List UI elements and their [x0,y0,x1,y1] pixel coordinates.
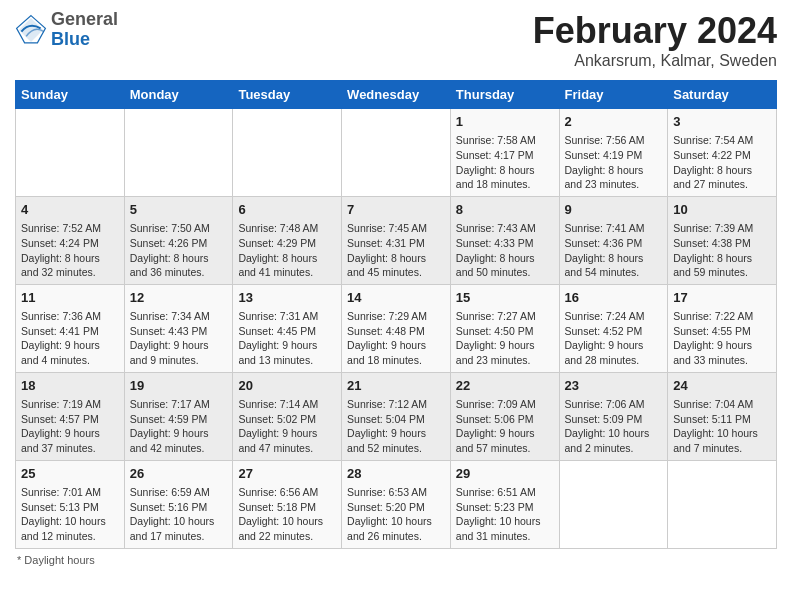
calendar-week-row: 11Sunrise: 7:36 AM Sunset: 4:41 PM Dayli… [16,284,777,372]
calendar-cell [124,109,233,197]
day-number: 1 [456,113,554,131]
calendar-cell: 1Sunrise: 7:58 AM Sunset: 4:17 PM Daylig… [450,109,559,197]
calendar-header-row: SundayMondayTuesdayWednesdayThursdayFrid… [16,81,777,109]
day-info: Sunrise: 7:19 AM Sunset: 4:57 PM Dayligh… [21,398,101,454]
day-number: 8 [456,201,554,219]
day-number: 11 [21,289,119,307]
calendar-week-row: 4Sunrise: 7:52 AM Sunset: 4:24 PM Daylig… [16,196,777,284]
calendar-cell: 9Sunrise: 7:41 AM Sunset: 4:36 PM Daylig… [559,196,668,284]
day-number: 29 [456,465,554,483]
day-info: Sunrise: 7:43 AM Sunset: 4:33 PM Dayligh… [456,222,536,278]
day-info: Sunrise: 7:39 AM Sunset: 4:38 PM Dayligh… [673,222,753,278]
calendar-cell: 15Sunrise: 7:27 AM Sunset: 4:50 PM Dayli… [450,284,559,372]
day-info: Sunrise: 7:09 AM Sunset: 5:06 PM Dayligh… [456,398,536,454]
day-info: Sunrise: 6:56 AM Sunset: 5:18 PM Dayligh… [238,486,323,542]
day-number: 4 [21,201,119,219]
day-number: 13 [238,289,336,307]
day-number: 25 [21,465,119,483]
day-number: 17 [673,289,771,307]
day-info: Sunrise: 7:34 AM Sunset: 4:43 PM Dayligh… [130,310,210,366]
calendar-cell: 19Sunrise: 7:17 AM Sunset: 4:59 PM Dayli… [124,372,233,460]
calendar-cell: 12Sunrise: 7:34 AM Sunset: 4:43 PM Dayli… [124,284,233,372]
calendar-day-header: Thursday [450,81,559,109]
day-info: Sunrise: 7:29 AM Sunset: 4:48 PM Dayligh… [347,310,427,366]
day-info: Sunrise: 7:22 AM Sunset: 4:55 PM Dayligh… [673,310,753,366]
day-info: Sunrise: 7:31 AM Sunset: 4:45 PM Dayligh… [238,310,318,366]
day-number: 2 [565,113,663,131]
calendar-cell: 27Sunrise: 6:56 AM Sunset: 5:18 PM Dayli… [233,460,342,548]
day-number: 16 [565,289,663,307]
calendar-cell: 6Sunrise: 7:48 AM Sunset: 4:29 PM Daylig… [233,196,342,284]
day-info: Sunrise: 7:04 AM Sunset: 5:11 PM Dayligh… [673,398,758,454]
day-number: 24 [673,377,771,395]
logo-line2: Blue [51,30,118,50]
day-number: 20 [238,377,336,395]
calendar-day-header: Wednesday [342,81,451,109]
calendar-cell: 2Sunrise: 7:56 AM Sunset: 4:19 PM Daylig… [559,109,668,197]
page-header: General Blue February 2024 Ankarsrum, Ka… [15,10,777,70]
calendar-cell: 20Sunrise: 7:14 AM Sunset: 5:02 PM Dayli… [233,372,342,460]
calendar-cell: 7Sunrise: 7:45 AM Sunset: 4:31 PM Daylig… [342,196,451,284]
day-info: Sunrise: 7:52 AM Sunset: 4:24 PM Dayligh… [21,222,101,278]
calendar-cell: 18Sunrise: 7:19 AM Sunset: 4:57 PM Dayli… [16,372,125,460]
calendar-cell: 8Sunrise: 7:43 AM Sunset: 4:33 PM Daylig… [450,196,559,284]
day-number: 3 [673,113,771,131]
day-number: 6 [238,201,336,219]
calendar-cell: 14Sunrise: 7:29 AM Sunset: 4:48 PM Dayli… [342,284,451,372]
calendar-cell: 11Sunrise: 7:36 AM Sunset: 4:41 PM Dayli… [16,284,125,372]
page-title: February 2024 [533,10,777,52]
footer-note: * Daylight hours [15,554,777,566]
calendar-cell: 10Sunrise: 7:39 AM Sunset: 4:38 PM Dayli… [668,196,777,284]
day-info: Sunrise: 7:01 AM Sunset: 5:13 PM Dayligh… [21,486,106,542]
day-info: Sunrise: 7:56 AM Sunset: 4:19 PM Dayligh… [565,134,645,190]
day-info: Sunrise: 6:59 AM Sunset: 5:16 PM Dayligh… [130,486,215,542]
day-info: Sunrise: 7:14 AM Sunset: 5:02 PM Dayligh… [238,398,318,454]
day-info: Sunrise: 7:36 AM Sunset: 4:41 PM Dayligh… [21,310,101,366]
calendar-week-row: 18Sunrise: 7:19 AM Sunset: 4:57 PM Dayli… [16,372,777,460]
calendar-day-header: Sunday [16,81,125,109]
day-number: 22 [456,377,554,395]
day-info: Sunrise: 7:27 AM Sunset: 4:50 PM Dayligh… [456,310,536,366]
day-number: 9 [565,201,663,219]
calendar-cell: 4Sunrise: 7:52 AM Sunset: 4:24 PM Daylig… [16,196,125,284]
calendar-cell: 23Sunrise: 7:06 AM Sunset: 5:09 PM Dayli… [559,372,668,460]
day-number: 27 [238,465,336,483]
page-subtitle: Ankarsrum, Kalmar, Sweden [533,52,777,70]
logo-icon [15,14,47,46]
calendar-day-header: Tuesday [233,81,342,109]
day-number: 18 [21,377,119,395]
day-info: Sunrise: 7:06 AM Sunset: 5:09 PM Dayligh… [565,398,650,454]
day-info: Sunrise: 6:53 AM Sunset: 5:20 PM Dayligh… [347,486,432,542]
calendar-cell: 26Sunrise: 6:59 AM Sunset: 5:16 PM Dayli… [124,460,233,548]
day-number: 28 [347,465,445,483]
day-info: Sunrise: 7:50 AM Sunset: 4:26 PM Dayligh… [130,222,210,278]
calendar-cell: 5Sunrise: 7:50 AM Sunset: 4:26 PM Daylig… [124,196,233,284]
calendar-cell [559,460,668,548]
day-number: 15 [456,289,554,307]
day-info: Sunrise: 7:58 AM Sunset: 4:17 PM Dayligh… [456,134,536,190]
calendar-cell: 22Sunrise: 7:09 AM Sunset: 5:06 PM Dayli… [450,372,559,460]
calendar-day-header: Friday [559,81,668,109]
calendar-cell [16,109,125,197]
day-info: Sunrise: 7:17 AM Sunset: 4:59 PM Dayligh… [130,398,210,454]
calendar-cell: 28Sunrise: 6:53 AM Sunset: 5:20 PM Dayli… [342,460,451,548]
day-number: 21 [347,377,445,395]
calendar-day-header: Saturday [668,81,777,109]
day-number: 12 [130,289,228,307]
calendar-cell: 25Sunrise: 7:01 AM Sunset: 5:13 PM Dayli… [16,460,125,548]
calendar-cell: 17Sunrise: 7:22 AM Sunset: 4:55 PM Dayli… [668,284,777,372]
calendar-day-header: Monday [124,81,233,109]
logo-text: General Blue [51,10,118,50]
day-info: Sunrise: 7:45 AM Sunset: 4:31 PM Dayligh… [347,222,427,278]
title-area: February 2024 Ankarsrum, Kalmar, Sweden [533,10,777,70]
calendar-cell: 24Sunrise: 7:04 AM Sunset: 5:11 PM Dayli… [668,372,777,460]
day-number: 7 [347,201,445,219]
day-info: Sunrise: 7:12 AM Sunset: 5:04 PM Dayligh… [347,398,427,454]
logo-line1: General [51,10,118,30]
calendar-cell: 3Sunrise: 7:54 AM Sunset: 4:22 PM Daylig… [668,109,777,197]
calendar-table: SundayMondayTuesdayWednesdayThursdayFrid… [15,80,777,549]
day-number: 14 [347,289,445,307]
day-info: Sunrise: 7:24 AM Sunset: 4:52 PM Dayligh… [565,310,645,366]
calendar-week-row: 25Sunrise: 7:01 AM Sunset: 5:13 PM Dayli… [16,460,777,548]
calendar-cell [342,109,451,197]
